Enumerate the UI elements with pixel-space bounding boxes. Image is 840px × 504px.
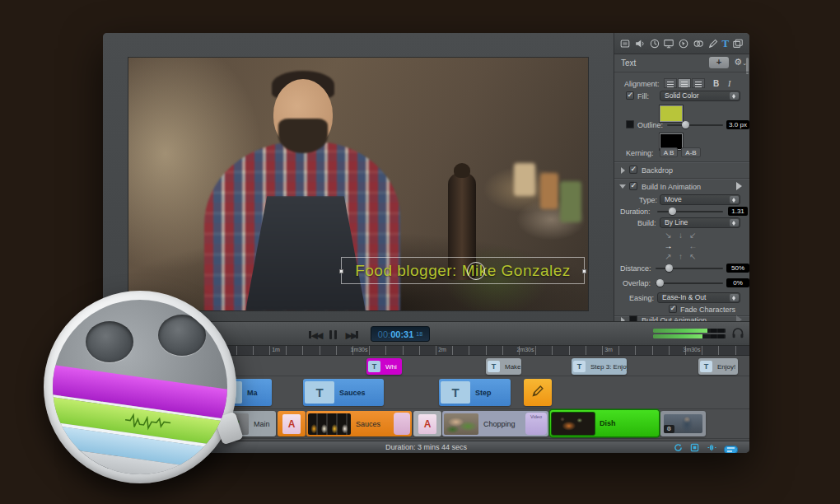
- clip-thumbnail: [308, 413, 351, 435]
- overlap-value[interactable]: 0%: [726, 278, 749, 287]
- audio-level-meters: [653, 329, 726, 340]
- text-clip[interactable]: T Sauces: [303, 379, 384, 406]
- align-left-button[interactable]: [664, 78, 677, 88]
- fill-color-swatch[interactable]: [660, 105, 683, 122]
- text-clip[interactable]: T Whi: [366, 358, 402, 375]
- clip-label: Chopping: [480, 420, 516, 428]
- direction-arrow[interactable]: ↙: [687, 231, 699, 241]
- fade-characters-checkbox[interactable]: [669, 305, 677, 313]
- text-overlay-selection[interactable]: Food blogger: Mike Gonzalez: [341, 257, 585, 284]
- mode-badge[interactable]: [724, 446, 738, 454]
- distance-slider[interactable]: [656, 268, 723, 269]
- direction-arrow[interactable]: ↘: [662, 231, 674, 241]
- photo-shape: [514, 163, 535, 196]
- clip-label: Main: [250, 420, 270, 428]
- overlap-slider[interactable]: [656, 282, 723, 284]
- type-dropdown[interactable]: Move: [660, 194, 740, 205]
- loop-icon[interactable]: [674, 443, 683, 453]
- screen-recording-icon[interactable]: [663, 38, 674, 49]
- video-clip-selected[interactable]: Dish: [550, 410, 659, 436]
- duration-slider[interactable]: [657, 211, 723, 212]
- selection-handle-right[interactable]: [582, 269, 586, 273]
- snap-icon[interactable]: [690, 443, 699, 453]
- headphones-icon[interactable]: [730, 325, 745, 343]
- outline-label: Outline:: [637, 121, 663, 129]
- video-clip[interactable]: Chopping Video: [442, 411, 548, 436]
- text-clip[interactable]: T Step: [439, 379, 511, 406]
- video-clip[interactable]: Sauces: [306, 411, 412, 436]
- video-canvas[interactable]: Food blogger: Mike Gonzalez: [128, 58, 588, 310]
- direction-arrow[interactable]: ↗: [662, 252, 674, 263]
- italic-button[interactable]: I: [728, 79, 730, 88]
- motion-icon[interactable]: [649, 38, 660, 49]
- build-in-checkbox[interactable]: [629, 182, 637, 190]
- type-label: Type:: [639, 196, 657, 204]
- divider: [614, 161, 749, 162]
- gear-badge-icon[interactable]: ⚙: [664, 425, 674, 433]
- fill-type-dropdown[interactable]: Solid Color: [660, 91, 740, 101]
- pause-button[interactable]: [329, 330, 337, 339]
- annotation-clip[interactable]: [524, 379, 552, 406]
- ruler-tick: 2m30s: [509, 347, 542, 352]
- add-text-button[interactable]: +: [709, 57, 729, 68]
- duration-text: Duration: 3 mins 44 secs: [385, 443, 467, 451]
- kerning-tight-button[interactable]: A-B: [681, 147, 701, 157]
- direction-picker[interactable]: ↘ ↓ ↙ → ← ↗ ↑ ↖: [662, 231, 699, 263]
- text-thumb: T: [488, 361, 500, 372]
- video-clip[interactable]: ⚙: [660, 411, 706, 436]
- align-right-button[interactable]: [692, 78, 705, 88]
- clip-label: Sauces: [352, 420, 380, 428]
- build-in-disclosure[interactable]: [619, 184, 626, 189]
- direction-arrow[interactable]: ↓: [674, 231, 687, 241]
- gear-icon[interactable]: ⚙⌄: [734, 57, 747, 68]
- clip-thumbnail: [552, 413, 595, 435]
- video-tag[interactable]: Video: [525, 413, 547, 435]
- bold-button[interactable]: B: [713, 79, 719, 88]
- backdrop-checkbox[interactable]: [629, 166, 637, 174]
- previous-marker-button[interactable]: ◀◀: [309, 327, 321, 342]
- fill-checkbox[interactable]: [626, 91, 634, 100]
- audio-scrub-icon[interactable]: [707, 443, 716, 453]
- outline-checkbox[interactable]: [626, 120, 634, 128]
- distance-label: Distance:: [620, 264, 651, 273]
- easing-dropdown[interactable]: Ease-In & Out: [657, 292, 740, 303]
- image-clip[interactable]: A: [278, 411, 306, 436]
- transition-tag[interactable]: [394, 413, 410, 435]
- clip-label: Enjoy!: [714, 363, 735, 371]
- direction-arrow-selected[interactable]: →: [662, 241, 674, 252]
- duration-value[interactable]: 1.31: [728, 207, 748, 216]
- direction-arrow[interactable]: ←: [687, 241, 699, 252]
- text-clip[interactable]: T Enjoy!: [698, 358, 738, 375]
- pencil-icon: [530, 384, 545, 402]
- callout-icon[interactable]: [678, 38, 689, 49]
- selection-handle-left[interactable]: [339, 269, 343, 273]
- next-marker-button[interactable]: ▶▶: [345, 327, 357, 342]
- image-clip[interactable]: A: [413, 411, 441, 436]
- video-properties-icon[interactable]: [619, 38, 631, 49]
- media-library-icon[interactable]: [732, 38, 744, 49]
- direction-arrow[interactable]: ↖: [687, 252, 699, 263]
- backdrop-disclosure[interactable]: [621, 167, 625, 174]
- overlay-text[interactable]: Food blogger: Mike Gonzalez: [355, 262, 571, 280]
- outline-width-value[interactable]: 3.0 px: [726, 120, 749, 129]
- fill-label: Fill:: [637, 92, 649, 100]
- outline-width-slider[interactable]: [667, 124, 723, 126]
- text-properties-icon[interactable]: T: [721, 37, 729, 50]
- screenflow-app-icon[interactable]: [44, 291, 236, 483]
- build-in-preview-play-button[interactable]: [736, 182, 742, 190]
- build-dropdown[interactable]: By Line: [660, 217, 740, 228]
- kerning-loose-button[interactable]: A B: [660, 147, 678, 157]
- audio-properties-icon[interactable]: [634, 38, 646, 49]
- clip-label: Sauces: [336, 389, 366, 397]
- distance-value[interactable]: 50%: [726, 264, 749, 273]
- person-beard: [278, 119, 328, 153]
- text-clip[interactable]: T Make: [486, 358, 521, 375]
- photo-shape: [560, 181, 581, 222]
- clip-label: Ma: [244, 389, 258, 397]
- align-center-button[interactable]: [678, 78, 691, 88]
- text-clip[interactable]: T Step 3: Enjoy: [572, 358, 627, 375]
- direction-arrow[interactable]: ↑: [674, 252, 687, 263]
- ruler-tick: 3m30s: [675, 347, 708, 352]
- annotations-icon[interactable]: [707, 38, 719, 49]
- touch-callout-icon[interactable]: [693, 38, 704, 49]
